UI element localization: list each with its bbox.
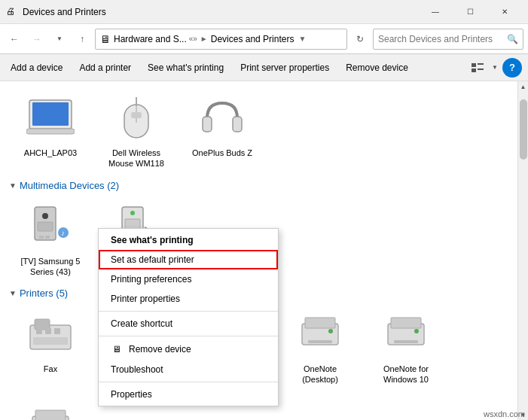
ctx-printer-props[interactable]: Printer properties	[99, 289, 278, 309]
window-title: Devices and Printers	[23, 7, 418, 17]
recent-button[interactable]: ▼	[50, 29, 69, 49]
onenote-desktop-device[interactable]: OneNote(Desktop)	[279, 303, 362, 390]
mouse-icon-wrapper	[110, 92, 163, 145]
svg-rect-15	[38, 222, 53, 231]
tv1-icon-wrapper: ♪	[24, 200, 77, 253]
computers-grid: AHCH_LAP03 Dell WirelessMouse WM118	[9, 87, 508, 174]
svg-rect-3	[478, 68, 484, 70]
onenote-win10-device[interactable]: OneNote forWindows 10	[365, 303, 447, 390]
printer-bottom[interactable]: ...s) in queue	[9, 396, 92, 420]
multimedia-chevron: ▼	[9, 181, 17, 190]
ctx-properties[interactable]: Properties	[99, 385, 278, 404]
svg-rect-30	[45, 328, 51, 334]
scroll-up-arrow[interactable]: ▲	[518, 81, 529, 92]
breadcrumb-2[interactable]: Devices and Printers	[211, 34, 295, 44]
view-dropdown-button[interactable]: ▼	[489, 58, 501, 78]
close-button[interactable]: ✕	[487, 0, 522, 24]
printers-chevron: ▼	[9, 289, 17, 297]
headphone-icon	[200, 96, 245, 141]
fax-device[interactable]: Fax	[9, 303, 92, 390]
watermark: wsxdn.com	[484, 409, 525, 418]
svg-rect-17	[45, 236, 50, 239]
tv1-device[interactable]: ♪ [TV] Samsung 5Series (43)	[9, 196, 92, 282]
onenote-desktop-icon	[298, 313, 343, 355]
context-menu: See what's printing Set as default print…	[98, 228, 279, 406]
ctx-set-default[interactable]: Set as default printer	[99, 250, 278, 269]
svg-point-21	[130, 211, 135, 215]
mouse-icon	[121, 96, 152, 141]
svg-rect-38	[308, 340, 332, 343]
address-icon: 🖥	[100, 33, 111, 45]
onenote-win10-icon-wrapper	[380, 308, 432, 361]
svg-rect-16	[39, 236, 44, 239]
svg-point-14	[42, 213, 48, 219]
view-icon	[472, 63, 484, 72]
svg-rect-2	[472, 68, 476, 72]
scrollbar[interactable]: ▲ ▼	[517, 81, 528, 420]
svg-rect-31	[54, 328, 60, 334]
up-button[interactable]: ↑	[72, 29, 92, 49]
printers-label: Printers (5)	[20, 288, 68, 299]
minimize-button[interactable]: —	[418, 0, 453, 24]
device-oneplus-label: OnePlus Buds Z	[192, 148, 252, 158]
app-icon: 🖨	[6, 6, 18, 18]
ctx-sep-2	[99, 336, 278, 336]
fax-label: Fax	[44, 364, 57, 374]
toolbar: Add a device Add a printer See what's pr…	[0, 54, 528, 81]
svg-rect-29	[36, 328, 42, 334]
scroll-track[interactable]	[518, 92, 529, 409]
device-ahch[interactable]: AHCH_LAP03	[9, 87, 92, 174]
forward-button[interactable]: →	[27, 29, 47, 49]
multimedia-section-header[interactable]: ▼ Multimedia Devices (2)	[9, 180, 508, 191]
ctx-troubleshoot[interactable]: Troubleshoot	[99, 360, 278, 379]
back-button[interactable]: ←	[5, 29, 24, 49]
device-dell-label: Dell WirelessMouse WM118	[108, 148, 164, 169]
view-button[interactable]	[468, 58, 487, 78]
refresh-button[interactable]: ↻	[350, 29, 370, 49]
window-controls: — ☐ ✕	[418, 0, 522, 24]
breadcrumb-1[interactable]: Hardware and S... «»	[114, 34, 197, 44]
search-box[interactable]: 🔍	[373, 29, 523, 50]
title-bar: 🖨 Devices and Printers — ☐ ✕	[0, 0, 528, 24]
svg-point-39	[328, 329, 333, 333]
svg-rect-27	[35, 319, 50, 330]
ctx-see-printing[interactable]: See what's printing	[99, 230, 278, 250]
content-area: AHCH_LAP03 Dell WirelessMouse WM118	[0, 81, 528, 420]
print-server-button[interactable]: Print server properties	[233, 56, 337, 79]
multimedia-label: Multimedia Devices (2)	[20, 180, 119, 191]
svg-rect-45	[35, 410, 66, 420]
tv1-label: [TV] Samsung 5Series (43)	[21, 256, 81, 278]
onenote-desktop-label: OneNote(Desktop)	[302, 364, 338, 385]
ctx-create-shortcut[interactable]: Create shortcut	[99, 314, 278, 333]
svg-rect-9	[131, 112, 142, 118]
svg-rect-11	[203, 117, 212, 132]
svg-rect-1	[478, 63, 484, 65]
scroll-thumb[interactable]	[520, 99, 527, 160]
svg-rect-5	[32, 102, 69, 126]
address-path[interactable]: 🖥 Hardware and S... «» ► Devices and Pri…	[95, 29, 347, 50]
add-printer-button[interactable]: Add a printer	[72, 56, 139, 79]
onenote-win10-icon	[383, 313, 429, 355]
maximize-button[interactable]: ☐	[453, 0, 487, 24]
path-separator: ►	[200, 35, 208, 43]
help-button[interactable]: ?	[502, 58, 522, 78]
device-ahch-label: AHCH_LAP03	[24, 148, 77, 158]
onenote-win10-label: OneNote forWindows 10	[383, 364, 429, 385]
monitor-icon: 🖥	[111, 343, 123, 355]
ctx-printing-prefs[interactable]: Printing preferences	[99, 269, 278, 289]
tv1-icon: ♪	[24, 204, 77, 249]
svg-rect-0	[472, 63, 476, 67]
svg-rect-12	[233, 117, 242, 132]
device-oneplus[interactable]: OnePlus Buds Z	[181, 87, 264, 174]
device-dell-mouse[interactable]: Dell WirelessMouse WM118	[95, 87, 178, 174]
svg-rect-41	[391, 318, 421, 328]
ctx-remove-device[interactable]: 🖥 Remove device	[99, 339, 278, 360]
see-whats-printing-button[interactable]: See what's printing	[140, 56, 231, 79]
add-device-button[interactable]: Add a device	[3, 56, 70, 79]
svg-point-43	[414, 329, 419, 333]
svg-rect-28	[33, 337, 68, 345]
ctx-sep-1	[99, 311, 278, 312]
search-input[interactable]	[378, 34, 504, 44]
svg-text:♪: ♪	[61, 229, 65, 237]
remove-device-button[interactable]: Remove device	[338, 56, 416, 79]
